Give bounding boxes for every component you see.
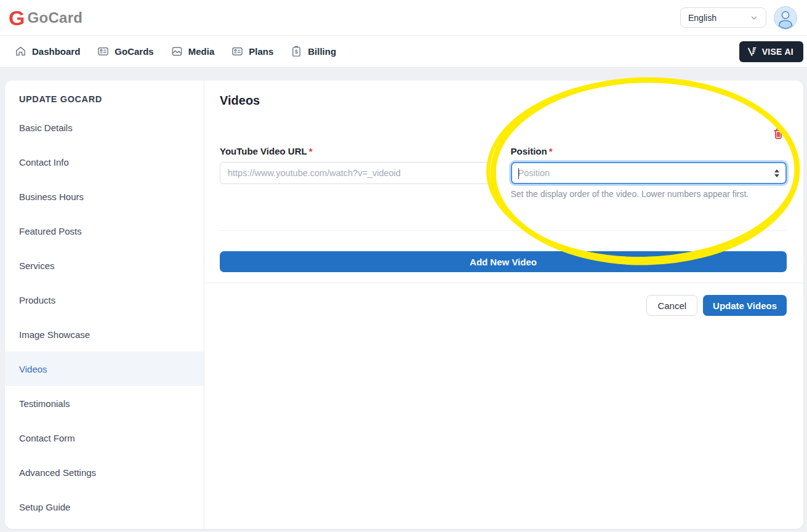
sidebar-items: Basic DetailsContact InfoBusiness HoursF… [5, 110, 204, 524]
sidebar-item-advanced-settings[interactable]: Advanced Settings [5, 455, 204, 490]
nav-item-label: Billing [308, 46, 336, 57]
vise-ai-label: VISE AI [762, 47, 793, 57]
sidebar: UPDATE GOCARD Basic DetailsContact InfoB… [5, 81, 204, 529]
sidebar-item-contact-info[interactable]: Contact Info [5, 145, 204, 179]
top-header: G GoCard English [0, 0, 807, 36]
text-caret [518, 168, 520, 179]
sidebar-item-testimonials[interactable]: Testimonials [5, 386, 204, 421]
page: G GoCard English DashboardGoCardsMediaPl… [0, 0, 807, 532]
required-marker: * [309, 146, 313, 156]
delete-video-button[interactable] [773, 127, 784, 140]
add-new-video-button[interactable]: Add New Video [220, 251, 787, 272]
language-selector[interactable]: English [680, 7, 766, 28]
sidebar-item-services[interactable]: Services [5, 248, 204, 283]
card-icon [97, 46, 109, 57]
image-icon [171, 46, 183, 57]
vise-ai-icon [747, 47, 757, 57]
page-title: Videos [220, 94, 787, 108]
position-label: Position* [511, 146, 787, 156]
number-stepper[interactable] [773, 168, 781, 179]
sidebar-item-image-showcase[interactable]: Image Showcase [5, 317, 204, 352]
update-videos-button[interactable]: Update Videos [703, 295, 787, 316]
nav-item-gocards[interactable]: GoCards [97, 46, 153, 57]
nav-item-billing[interactable]: $Billing [291, 46, 336, 57]
nav-item-label: Plans [249, 46, 273, 57]
home-icon [15, 46, 26, 57]
stepper-up-icon[interactable] [774, 169, 779, 172]
cancel-button[interactable]: Cancel [646, 295, 697, 316]
position-field: Position* Set the display order of the v… [511, 146, 787, 199]
chevron-down-icon [750, 14, 758, 22]
vise-ai-button[interactable]: VISE AI [739, 41, 803, 62]
nav-item-plans[interactable]: Plans [231, 46, 273, 57]
gocard-logo[interactable]: G GoCard [9, 7, 82, 28]
position-input-wrapper [511, 162, 787, 184]
sidebar-item-products[interactable]: Products [5, 283, 204, 317]
youtube-url-input[interactable] [220, 162, 496, 184]
sidebar-item-featured-posts[interactable]: Featured Posts [5, 214, 204, 248]
position-help-text: Set the display order of the video. Lowe… [511, 189, 787, 199]
nav-item-label: Dashboard [32, 46, 80, 57]
required-marker: * [549, 146, 553, 156]
form-footer: Cancel Update Videos [204, 283, 803, 316]
nav-item-label: GoCards [114, 46, 153, 57]
main-content: Videos YouTube Video URL* [204, 81, 803, 529]
content-card: UPDATE GOCARD Basic DetailsContact InfoB… [5, 81, 803, 529]
youtube-url-field: YouTube Video URL* [220, 146, 496, 199]
user-avatar[interactable] [774, 6, 797, 30]
sidebar-heading: UPDATE GOCARD [5, 81, 204, 110]
videos-form-section: Videos YouTube Video URL* [204, 81, 803, 283]
form-divider [220, 230, 787, 231]
brand-name: GoCard [27, 9, 82, 26]
sidebar-item-setup-guide[interactable]: Setup Guide [5, 490, 204, 524]
trash-icon [773, 127, 784, 140]
sidebar-item-contact-form[interactable]: Contact Form [5, 421, 204, 455]
person-icon [774, 6, 797, 30]
nav-item-media[interactable]: Media [171, 46, 215, 57]
gocard-logo-icon: G [9, 7, 23, 28]
language-selector-value: English [688, 13, 717, 23]
main-nav: DashboardGoCardsMediaPlans$Billing VISE … [0, 36, 807, 68]
sidebar-item-videos[interactable]: Videos [5, 352, 204, 386]
nav-item-dashboard[interactable]: Dashboard [15, 46, 80, 57]
sidebar-item-basic-details[interactable]: Basic Details [5, 110, 204, 145]
stepper-down-icon[interactable] [774, 174, 779, 177]
card-icon [231, 46, 243, 57]
nav-items: DashboardGoCardsMediaPlans$Billing [15, 46, 336, 57]
nav-item-label: Media [188, 46, 215, 57]
position-input[interactable] [518, 168, 774, 178]
youtube-url-label: YouTube Video URL* [220, 146, 496, 156]
svg-text:$: $ [295, 49, 298, 55]
billing-icon: $ [291, 46, 302, 57]
sidebar-item-business-hours[interactable]: Business Hours [5, 179, 204, 214]
